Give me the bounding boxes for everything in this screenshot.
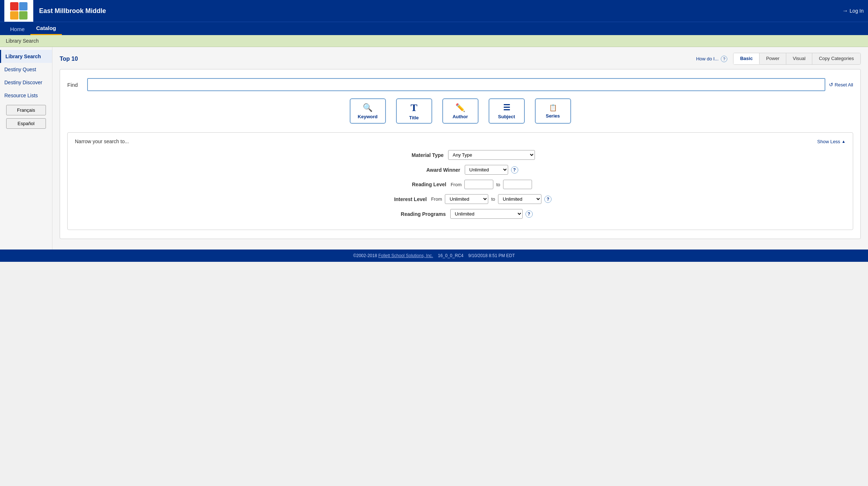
content-area: Top 10 How do I... ? Basic Power Visual … (52, 47, 868, 250)
narrow-search-box: Narrow your search to... Show Less ▲ Mat… (67, 132, 853, 230)
nav-catalog[interactable]: Catalog (30, 22, 62, 35)
keyword-icon: 🔍 (363, 103, 373, 112)
reading-programs-control: Unlimited Accelerated Reader Reading Cou… (450, 209, 533, 219)
footer: ©2002-2018 Follett School Solutions, Inc… (0, 250, 868, 262)
logo-area (4, 0, 33, 22)
award-winner-select[interactable]: Unlimited Yes No (465, 165, 508, 175)
material-type-select[interactable]: Any Type Book eBook DVD Magazine (448, 150, 535, 160)
tabs: Basic Power Visual Copy Categories (733, 53, 861, 65)
series-button[interactable]: 📋 Series (535, 98, 571, 124)
tab-visual[interactable]: Visual (786, 53, 812, 64)
nav-home[interactable]: Home (4, 23, 30, 35)
search-panel: Find ↺ Reset All 🔍 Keyword T Title (60, 69, 861, 239)
sidebar-item-library-search[interactable]: Library Search (0, 50, 52, 63)
interest-level-from-label: From (431, 196, 442, 202)
material-type-control: Any Type Book eBook DVD Magazine (448, 150, 535, 160)
show-less-button[interactable]: Show Less ▲ (817, 139, 846, 144)
content-header: Top 10 How do I... ? Basic Power Visual … (60, 53, 861, 65)
footer-company-link[interactable]: Follett School Solutions, Inc. (378, 253, 433, 258)
subject-icon: ☰ (503, 103, 510, 112)
reading-programs-filter: Reading Programs Unlimited Accelerated R… (75, 209, 846, 219)
title-button[interactable]: T Title (396, 98, 432, 124)
reading-programs-help-icon[interactable]: ? (526, 210, 533, 218)
interest-level-help-icon[interactable]: ? (544, 196, 552, 203)
author-icon: ✏️ (455, 103, 465, 112)
reading-level-filter: Reading Level From to (75, 180, 846, 189)
reading-level-from-input[interactable] (464, 180, 493, 189)
chevron-up-icon: ▲ (842, 139, 846, 144)
award-winner-filter: Award Winner Unlimited Yes No ? (75, 165, 846, 175)
school-name: East Millbrook Middle (39, 7, 842, 15)
login-button[interactable]: → Log In (842, 8, 864, 14)
reading-programs-select[interactable]: Unlimited Accelerated Reader Reading Cou… (450, 209, 523, 219)
reading-level-from-label: From (451, 182, 461, 187)
how-do-i-link[interactable]: How do I... ? (696, 56, 728, 62)
logo-icon (10, 2, 27, 20)
tab-basic[interactable]: Basic (733, 53, 760, 64)
header: East Millbrook Middle → Log In (0, 0, 868, 22)
reset-all-button[interactable]: ↺ Reset All (829, 82, 853, 88)
tab-power[interactable]: Power (760, 53, 786, 64)
espanol-button[interactable]: Español (6, 118, 46, 129)
login-label: Log In (850, 8, 864, 14)
narrow-title: Narrow your search to... (75, 138, 129, 144)
navbar: Home Catalog (0, 22, 868, 35)
interest-level-label: Interest Level (369, 196, 427, 202)
right-controls: How do I... ? Basic Power Visual Copy Ca… (696, 53, 861, 65)
subject-button[interactable]: ☰ Subject (489, 98, 525, 124)
reset-icon: ↺ (829, 82, 833, 88)
search-types: 🔍 Keyword T Title ✏️ Author ☰ Subject 📋 (67, 98, 853, 124)
interest-level-control: From Unlimited K-3 4-8 9-12 to Unlimited… (431, 194, 552, 204)
top10-link[interactable]: Top 10 (60, 56, 78, 62)
keyword-button[interactable]: 🔍 Keyword (350, 98, 386, 124)
title-icon: T (410, 102, 417, 114)
interest-level-to-label: to (491, 196, 495, 202)
author-button[interactable]: ✏️ Author (442, 98, 478, 124)
interest-level-filter: Interest Level From Unlimited K-3 4-8 9-… (75, 194, 846, 204)
tab-copy-categories[interactable]: Copy Categories (812, 53, 860, 64)
find-row: Find ↺ Reset All (67, 78, 853, 91)
francais-button[interactable]: Français (6, 105, 46, 115)
breadcrumb: Library Search (0, 35, 868, 47)
sidebar: Library Search Destiny Quest Destiny Dis… (0, 47, 52, 250)
sidebar-item-resource-lists[interactable]: Resource Lists (0, 89, 52, 102)
find-label: Find (67, 82, 84, 88)
reading-level-to-label: to (496, 182, 500, 187)
narrow-header: Narrow your search to... Show Less ▲ (75, 138, 846, 144)
series-icon: 📋 (549, 104, 557, 112)
login-icon: → (842, 8, 848, 14)
find-input[interactable] (87, 78, 825, 91)
reading-programs-label: Reading Programs (388, 211, 446, 217)
award-winner-label: Award Winner (403, 167, 460, 173)
sidebar-item-destiny-quest[interactable]: Destiny Quest (0, 63, 52, 76)
interest-level-to-select[interactable]: Unlimited K-3 4-8 9-12 (498, 194, 541, 204)
help-circle-icon: ? (721, 56, 727, 62)
main-layout: Library Search Destiny Quest Destiny Dis… (0, 47, 868, 250)
award-winner-help-icon[interactable]: ? (511, 166, 518, 174)
interest-level-from-select[interactable]: Unlimited K-3 4-8 9-12 (445, 194, 488, 204)
reading-level-to-input[interactable] (503, 180, 532, 189)
material-type-filter: Material Type Any Type Book eBook DVD Ma… (75, 150, 846, 160)
material-type-label: Material Type (386, 152, 444, 158)
reading-level-control: From to (451, 180, 532, 189)
sidebar-item-destiny-discover[interactable]: Destiny Discover (0, 76, 52, 89)
award-winner-control: Unlimited Yes No ? (465, 165, 518, 175)
reading-level-label: Reading Level (388, 182, 446, 187)
